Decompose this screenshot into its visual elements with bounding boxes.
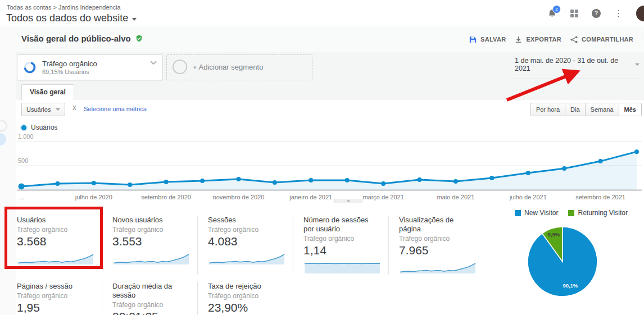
add-segment-label: + Adicionar segmento xyxy=(193,63,263,71)
notifications-button[interactable]: 2 xyxy=(547,8,557,19)
scorecards-section: Usuários Tráfego orgânico 3.568 Novos us… xyxy=(16,203,644,315)
date-range-selector[interactable]: 1 de mai. de 2020 - 31 de out. de 2021 xyxy=(515,57,640,79)
topbar-icons: 2 ? ⋮ xyxy=(547,0,644,26)
svg-text:9,9%: 9,9% xyxy=(548,231,560,238)
report-header: Visão geral do público-alvo SALVAR EXPOR… xyxy=(16,26,644,53)
chevron-down-icon xyxy=(132,18,137,21)
kebab-menu-icon[interactable]: ⋮ xyxy=(614,9,623,17)
top-bar: Todas as contas > Jardins Independencia … xyxy=(0,0,644,27)
save-icon xyxy=(469,35,477,44)
add-segment-chip[interactable]: + Adicionar segmento xyxy=(166,54,312,80)
divider xyxy=(642,34,642,44)
left-nav-rail xyxy=(0,26,16,315)
shield-check-icon xyxy=(135,34,143,43)
controls-row: Usuários X Selecione uma métrica Por hor… xyxy=(16,100,644,119)
segment-subtitle: 69,15% Usuários xyxy=(42,69,97,75)
svg-text:1.000: 1.000 xyxy=(18,134,34,140)
export-button[interactable]: EXPORTAR xyxy=(514,35,561,44)
sparkline xyxy=(208,250,285,266)
apps-grid-icon[interactable] xyxy=(570,10,578,17)
notification-badge: 2 xyxy=(552,5,561,13)
avatar[interactable] xyxy=(636,6,644,21)
legend-swatch-icon xyxy=(568,210,574,216)
page-title: Visão geral do público-alvo xyxy=(21,34,131,43)
scorecard-visualizacoes[interactable]: Visualizações de página Tráfego orgânico… xyxy=(399,216,484,275)
breadcrumb[interactable]: Todas as contas > Jardins Independencia xyxy=(7,4,121,11)
download-icon xyxy=(514,35,523,44)
granularity-day[interactable]: Dia xyxy=(565,103,586,116)
scorecard-row: Usuários Tráfego orgânico 3.568 Novos us… xyxy=(17,216,494,275)
scorecard-row: Páginas / sessão Tráfego orgânico 1,95 D… xyxy=(17,282,494,315)
series-label: Usuários xyxy=(31,124,57,131)
svg-text:setembro de 2021: setembro de 2021 xyxy=(575,194,625,200)
report-title-row: Visão geral do público-alvo xyxy=(21,34,143,43)
svg-text:julho de 2020: julho de 2020 xyxy=(75,194,112,200)
share-button[interactable]: COMPARTILHAR xyxy=(570,35,633,44)
scorecard-usuarios[interactable]: Usuários Tráfego orgânico 3.568 xyxy=(17,216,102,275)
sparkline xyxy=(17,250,94,266)
pie-legend: New Visitor Returning Visitor xyxy=(515,209,628,217)
granularity-group: Por hora Dia Semana Mês xyxy=(530,103,642,116)
chevron-down-icon[interactable] xyxy=(150,61,157,65)
report-actions: SALVAR EXPORTAR COMPARTILHAR 2 xyxy=(469,26,644,52)
scorecard-taxa-rejeicao[interactable]: Taxa de rejeição Tráfego orgânico 23,90% xyxy=(208,282,293,315)
granularity-hour[interactable]: Por hora xyxy=(530,103,565,116)
granularity-month[interactable]: Mês xyxy=(619,103,642,116)
chart-legend: Usuários xyxy=(21,124,57,131)
select-metric-link[interactable]: Selecione uma métrica xyxy=(84,106,147,112)
property-selector[interactable]: Todos os dados do website xyxy=(6,12,137,24)
scorecard-paginas-sessao[interactable]: Páginas / sessão Tráfego orgânico 1,95 xyxy=(17,282,102,315)
scorecard-sessoes[interactable]: Sessões Tráfego orgânico 4.083 xyxy=(208,216,293,275)
sparkline xyxy=(399,259,477,275)
sparkline xyxy=(112,250,190,266)
segment-band: Tráfego orgânico 69,15% Usuários + Adici… xyxy=(16,52,644,84)
tab-visao-geral[interactable]: Visão geral xyxy=(21,84,74,101)
visitor-type-pie-chart[interactable]: 90,1%9,9% xyxy=(521,218,606,302)
tab-strip: Visão geral xyxy=(16,84,644,101)
timeseries-chart-section: Usuários 5001.000...julho de 2020setembr… xyxy=(16,119,644,203)
svg-text:março de 2021: março de 2021 xyxy=(362,194,403,200)
svg-text:setembro de 2020: setembro de 2020 xyxy=(141,194,191,200)
segment-name: Tráfego orgânico xyxy=(42,60,97,68)
chevron-down-icon xyxy=(635,63,640,66)
property-selector-label: Todos os dados do website xyxy=(6,12,128,24)
metric-dropdown-label: Usuários xyxy=(26,106,51,113)
svg-text:maio de 2021: maio de 2021 xyxy=(437,194,475,200)
svg-text:...: ... xyxy=(19,194,24,200)
active-segment-chip[interactable]: Tráfego orgânico 69,15% Usuários xyxy=(17,54,163,80)
date-range-text: 1 de mai. de 2020 - 31 de out. de 2021 xyxy=(515,57,631,72)
save-button[interactable]: SALVAR xyxy=(469,35,506,44)
svg-text:novembro de 2020: novembro de 2020 xyxy=(213,194,265,200)
svg-text:500: 500 xyxy=(18,157,28,164)
svg-text:julho de 2021: julho de 2021 xyxy=(509,194,547,200)
remove-metric-button[interactable]: X xyxy=(72,105,76,111)
scorecard-duracao-media[interactable]: Duração média da sessão Tráfego orgânico… xyxy=(112,282,198,315)
help-icon[interactable]: ? xyxy=(592,9,601,18)
scorecard-sessoes-por-usuario[interactable]: Número de sessões por usuário Tráfego or… xyxy=(303,216,389,275)
metric-dropdown[interactable]: Usuários xyxy=(21,103,65,116)
svg-text:90,1%: 90,1% xyxy=(563,282,578,289)
segment-donut-icon xyxy=(23,61,37,74)
svg-text:janeiro de 2021: janeiro de 2021 xyxy=(289,194,332,200)
chevron-down-icon xyxy=(56,108,60,111)
chevron-down-icon xyxy=(347,200,350,202)
users-line-chart[interactable]: 5001.000...julho de 2020setembro de 2020… xyxy=(17,134,642,204)
empty-segment-ring-icon xyxy=(173,60,187,74)
granularity-week[interactable]: Semana xyxy=(586,103,619,116)
legend-new-visitor: New Visitor xyxy=(515,209,558,217)
rail-decoration-icon xyxy=(0,133,6,145)
sparkline xyxy=(303,259,381,275)
series-dot-icon xyxy=(21,125,26,130)
rail-decoration-icon xyxy=(0,120,7,132)
scorecard-novos-usuarios[interactable]: Novos usuários Tráfego orgânico 3.553 xyxy=(112,216,198,275)
share-icon xyxy=(570,35,578,44)
legend-swatch-icon xyxy=(515,210,521,216)
legend-returning-visitor: Returning Visitor xyxy=(568,209,628,217)
